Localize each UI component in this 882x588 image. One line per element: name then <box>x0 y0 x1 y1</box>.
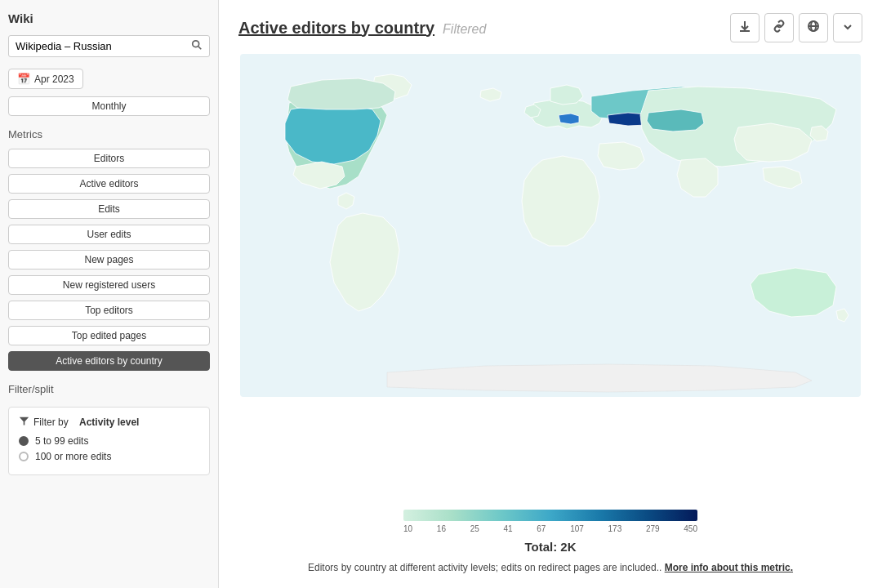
frequency-button[interactable]: Monthly <box>8 96 210 116</box>
filter-split-label: Filter/split <box>8 383 210 395</box>
metric-edits[interactable]: Edits <box>8 199 210 219</box>
metric-user-edits[interactable]: User edits <box>8 225 210 244</box>
legend-val-6: 173 <box>608 524 622 533</box>
filtered-label: Filtered <box>443 22 486 37</box>
total-label: Total: 2K <box>238 540 862 554</box>
legend-val-0: 10 <box>403 524 412 533</box>
filter-title: Filter by Activity level <box>19 416 199 429</box>
svg-line-1 <box>198 47 202 50</box>
radio-filled-icon <box>19 436 29 446</box>
calendar-icon: 📅 <box>17 73 30 85</box>
world-map <box>238 54 862 397</box>
wiki-section-label: Wiki <box>8 11 210 25</box>
globe-icon <box>807 20 820 36</box>
toolbar-buttons <box>730 13 862 42</box>
legend-labels: 10 16 25 41 67 107 173 279 450 <box>403 524 697 533</box>
filter-option-5to99[interactable]: 5 to 99 edits <box>19 435 199 447</box>
description-text: Editors by country at different activity… <box>308 560 793 575</box>
legend-val-4: 67 <box>537 524 546 533</box>
legend-val-5: 107 <box>570 524 584 533</box>
more-info-link[interactable]: More info about this metric. <box>665 562 793 573</box>
link-button[interactable] <box>764 13 794 42</box>
metric-top-editors[interactable]: Top editors <box>8 301 210 320</box>
date-label: Apr 2023 <box>34 74 74 85</box>
metric-top-edited-pages[interactable]: Top edited pages <box>8 326 210 345</box>
wiki-search-input[interactable] <box>16 40 191 52</box>
legend-val-3: 41 <box>503 524 512 533</box>
page-title: Active editors by country <box>238 19 434 38</box>
legend-area: 10 16 25 41 67 107 173 279 450 <box>238 510 862 533</box>
more-button[interactable] <box>833 13 862 42</box>
radio-empty-icon <box>19 452 29 461</box>
chevron-down-icon <box>843 20 853 35</box>
filter-option-100plus[interactable]: 100 or more edits <box>19 451 199 462</box>
download-icon <box>738 20 751 36</box>
metric-active-editors-by-country[interactable]: Active editors by country <box>8 351 210 371</box>
svg-marker-2 <box>20 417 29 425</box>
legend-val-8: 450 <box>684 524 697 533</box>
filter-option-100plus-label: 100 or more edits <box>35 451 111 462</box>
legend-bar-container <box>403 510 697 521</box>
page-title-group: Active editors by country Filtered <box>238 19 486 38</box>
date-button[interactable]: 📅 Apr 2023 <box>8 69 83 89</box>
main-header: Active editors by country Filtered <box>238 13 862 42</box>
main-content: Active editors by country Filtered <box>219 0 882 588</box>
link-icon <box>773 20 786 36</box>
description-body: Editors by country at different activity… <box>308 562 662 573</box>
filter-option-5to99-label: 5 to 99 edits <box>35 435 88 447</box>
filter-box: Filter by Activity level 5 to 99 edits 1… <box>8 407 210 475</box>
filter-bold-text: Activity level <box>79 416 139 428</box>
metric-new-registered-users[interactable]: New registered users <box>8 275 210 295</box>
download-button[interactable] <box>730 13 760 42</box>
filter-icon <box>19 416 29 429</box>
legend-val-1: 16 <box>437 524 446 533</box>
wiki-search-box[interactable] <box>8 35 210 57</box>
metric-new-pages[interactable]: New pages <box>8 250 210 270</box>
filter-label-text: Filter by <box>33 416 69 428</box>
metric-active-editors[interactable]: Active editors <box>8 174 210 194</box>
map-container <box>238 54 862 503</box>
legend-val-2: 25 <box>470 524 479 533</box>
frequency-label: Monthly <box>91 100 126 112</box>
svg-point-0 <box>193 41 199 47</box>
metrics-group: Editors Active editors Edits User edits … <box>8 149 210 373</box>
search-icon <box>191 39 203 53</box>
metrics-section-title: Metrics <box>8 128 210 140</box>
metric-editors[interactable]: Editors <box>8 149 210 168</box>
legend-val-7: 279 <box>646 524 660 533</box>
sidebar: Wiki 📅 Apr 2023 Monthly Metrics Editors … <box>0 0 219 588</box>
legend-gradient-bar <box>403 510 697 521</box>
globe-button[interactable] <box>799 13 828 42</box>
